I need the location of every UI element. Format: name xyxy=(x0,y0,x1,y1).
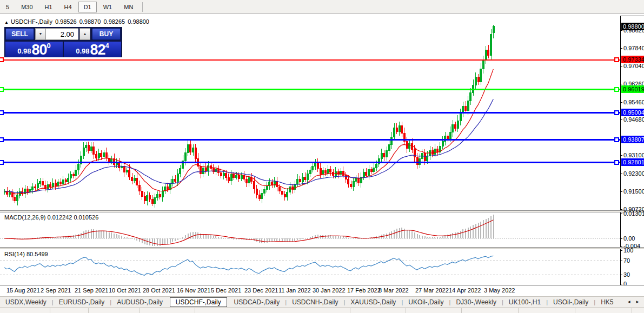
status-bar-cell-separator xyxy=(461,308,462,313)
date-label: 3 May 2022 xyxy=(484,287,515,294)
tab-scroll-right-icon[interactable]: ► xyxy=(633,298,642,305)
mt4-terminal-window: 5M30H1H4D1W1MN ▲USDCHF-,Daily0.985260.98… xyxy=(0,0,644,313)
sell-price-big: 80 xyxy=(32,43,47,57)
price-tick-mark xyxy=(620,30,622,31)
symbol-label: USDCHF-,Daily xyxy=(11,18,52,25)
timeframe-button-h1[interactable]: H1 xyxy=(39,2,58,12)
date-label: 14 Apr 2022 xyxy=(449,287,481,294)
timeframe-button-d1[interactable]: D1 xyxy=(78,2,97,12)
price-scale-divider[interactable] xyxy=(620,16,621,285)
collapse-triangle-icon[interactable]: ▲ xyxy=(4,20,9,25)
volume-decrease-button[interactable]: ▼ xyxy=(35,28,46,40)
rsi-tick-label: 70 xyxy=(623,257,630,264)
chart-tab-usoil-daily[interactable]: USOil-,Daily xyxy=(548,297,594,307)
price-tick-mark xyxy=(620,191,622,192)
price-tick-label: 0.95460 xyxy=(623,99,644,105)
macd-label: MACD(12,26,9) 0.012242 0.010526 xyxy=(4,214,98,221)
date-label: 30 Jan 2022 xyxy=(313,287,346,294)
macd-main-value: 0.012242 xyxy=(47,214,72,221)
chart-tab-hk5[interactable]: HK5 xyxy=(595,297,619,307)
price-level-box-resistance-level: 0.97334 xyxy=(621,56,644,63)
ohlc-header: ▲USDCHF-,Daily0.985260.988700.982650.988… xyxy=(4,18,152,25)
date-label: 15 Aug 2021 xyxy=(6,287,40,294)
price-tick-label: 0.97840 xyxy=(623,45,644,51)
chart-tab-uk100-h1[interactable]: UK100-,H1 xyxy=(503,297,546,307)
macd-tick-mark xyxy=(620,238,622,239)
status-bar-cell-separator xyxy=(50,308,50,313)
buy-price-big: 82 xyxy=(90,43,105,57)
timeframe-button-m30[interactable]: M30 xyxy=(16,2,38,12)
chart-tab-usdx-weekly[interactable]: USDX,Weekly xyxy=(0,297,52,307)
price-tick-mark xyxy=(620,48,622,49)
status-bar-cell-separator xyxy=(575,308,575,313)
buy-price-prefix: 0.98 xyxy=(76,46,89,57)
ohlc-open: 0.98526 xyxy=(55,18,77,25)
date-label: 2 Sep 2021 xyxy=(41,287,71,294)
chart-tab-audusd-daily[interactable]: AUDUSD-,Daily xyxy=(111,297,168,307)
tab-scroll-left-icon[interactable]: ◄ xyxy=(625,298,633,305)
macd-splitter[interactable] xyxy=(0,210,644,212)
date-label: 17 Feb 2022 xyxy=(347,287,381,294)
toolbar-separator xyxy=(142,2,143,12)
ohlc-close: 0.98800 xyxy=(128,18,149,25)
ohlc-low: 0.98265 xyxy=(103,18,125,25)
sell-button[interactable]: SELL xyxy=(5,28,34,40)
rsi-tick-mark xyxy=(620,275,622,275)
timeframe-button-h4[interactable]: H4 xyxy=(59,2,77,12)
volume-input[interactable] xyxy=(46,28,78,40)
buy-price-display[interactable]: 0.98 82 4 xyxy=(64,42,121,57)
sell-price-pip: 0 xyxy=(47,42,51,49)
price-level-box-current-bid: 0.98800 xyxy=(621,23,644,30)
price-tick-mark xyxy=(620,66,622,66)
date-label: 23 Dec 2021 xyxy=(244,287,278,294)
chart-tab-usdchf-daily[interactable]: USDCHF-,Daily xyxy=(170,297,227,307)
rsi-tick-mark xyxy=(620,250,622,251)
timeframe-button-w1[interactable]: W1 xyxy=(98,2,118,12)
status-bar-cell-separator xyxy=(632,308,632,313)
date-label: 21 Sep 2021 xyxy=(75,287,108,294)
status-bar-cell-separator xyxy=(195,308,195,313)
one-click-trade-panel: SELL ▼ ▲ BUY 0.98 80 0 0.98 82 4 xyxy=(4,27,122,57)
price-tick-label: 0.91500 xyxy=(623,188,644,195)
macd-tick-label: 0.00 xyxy=(623,235,635,242)
chart-tab-usdcad-daily[interactable]: USDCAD-,Daily xyxy=(229,297,286,307)
chart-tab-eurusd-daily[interactable]: EURUSD-,Daily xyxy=(54,297,110,307)
chart-tab-ukoil-daily[interactable]: UKOil-,Daily xyxy=(403,297,449,307)
macd-signal-value: 0.010526 xyxy=(74,214,98,221)
chart-tab-usdcnh-daily[interactable]: USDCNH-,Daily xyxy=(287,297,343,307)
rsi-label: RSI(14) 80.5499 xyxy=(4,251,48,257)
macd-tick-label: 0.013015 xyxy=(623,210,644,217)
volume-increase-button[interactable]: ▲ xyxy=(79,28,90,40)
price-tick-mark xyxy=(620,102,622,103)
price-tick-mark xyxy=(620,155,622,156)
date-label: 10 Oct 2021 xyxy=(109,287,141,294)
sell-price-prefix: 0.98 xyxy=(17,46,31,57)
status-bar-cell-separator xyxy=(88,308,89,313)
chart-tab-bar: USDX,Weekly|EURUSD-,Daily|AUDUSD-,Daily|… xyxy=(0,296,644,307)
sell-price-display[interactable]: 0.98 80 0 xyxy=(5,42,63,57)
status-bar-cell-separator xyxy=(350,308,350,313)
price-level-box-support-level-blue-3: 0.92801 xyxy=(621,158,644,166)
price-tick-label: 0.97040 xyxy=(623,63,644,69)
status-bar-cell-separator xyxy=(406,308,406,313)
price-tick-mark xyxy=(620,84,622,84)
macd-tick-mark xyxy=(620,246,622,247)
status-bar-cell-separator xyxy=(518,308,519,313)
price-tick-mark xyxy=(620,119,622,120)
timeframe-button-5[interactable]: 5 xyxy=(1,2,15,12)
price-level-box-support-level-blue-1: 0.95004 xyxy=(621,109,644,116)
chart-tab-dj30-weekly[interactable]: DJ30-,Weekly xyxy=(450,297,501,307)
date-axis[interactable]: 15 Aug 20212 Sep 202121 Sep 202110 Oct 2… xyxy=(0,285,644,296)
rsi-tick-mark xyxy=(620,261,622,261)
price-tick-label: 0.94680 xyxy=(623,116,644,123)
rsi-tick-mark xyxy=(620,284,622,284)
date-label: 8 Mar 2022 xyxy=(379,287,409,294)
tab-scroll-arrows: ◄► xyxy=(625,298,644,305)
buy-button[interactable]: BUY xyxy=(92,28,121,40)
rsi-tick-label: 30 xyxy=(623,271,630,278)
chart-tab-xauusd-daily[interactable]: XAUUSD-,Daily xyxy=(345,297,401,307)
rsi-splitter[interactable] xyxy=(0,247,644,249)
buy-price-pip: 4 xyxy=(105,42,109,49)
timeframe-button-mn[interactable]: MN xyxy=(118,2,138,12)
ohlc-high: 0.98870 xyxy=(79,18,101,25)
